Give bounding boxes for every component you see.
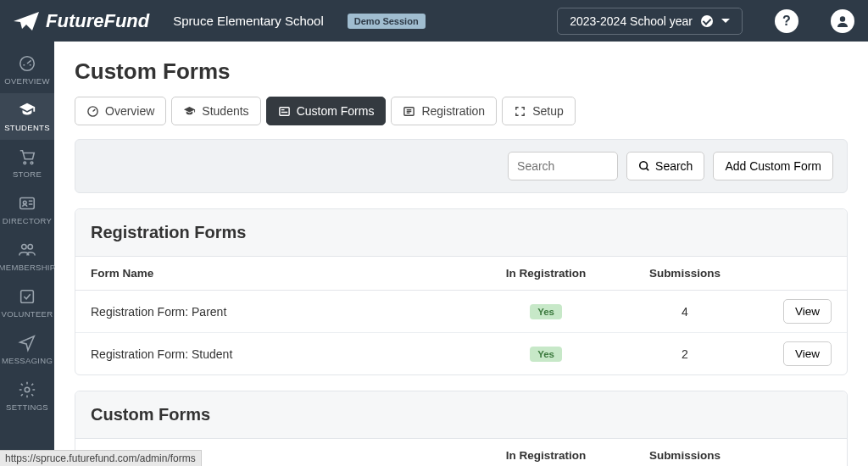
sidebar-item-label: STORE (13, 169, 42, 179)
status-badge: Yes (530, 347, 562, 362)
tab-label: Students (202, 104, 248, 118)
svg-point-2 (24, 162, 26, 164)
svg-point-13 (640, 162, 648, 169)
school-name: Spruce Elementary School (173, 14, 324, 28)
sidebar-item-label: MESSAGING (2, 356, 53, 365)
sidebar: OVERVIEW STUDENTS STORE DIRECTORY MEMBER… (0, 42, 54, 466)
col-in-registration: In Registration (476, 439, 615, 466)
expand-icon (514, 105, 526, 118)
sidebar-item-membership[interactable]: MEMBERSHIP (0, 233, 54, 280)
graduation-icon (183, 105, 196, 118)
registration-forms-section: Registration Forms Form Name In Registra… (75, 208, 848, 375)
tab-setup[interactable]: Setup (502, 97, 576, 125)
svg-rect-8 (21, 291, 34, 303)
table-row: Registration Form: Student Yes 2 View (75, 333, 847, 375)
table-row: Registration Form: Parent Yes 4 View (75, 291, 847, 333)
tab-label: Registration (421, 104, 485, 118)
cell-in-registration: Yes (476, 333, 615, 375)
add-custom-form-button[interactable]: Add Custom Form (713, 152, 833, 180)
account-button[interactable] (831, 9, 854, 33)
send-icon (18, 334, 36, 352)
paper-plane-icon (14, 12, 39, 31)
sidebar-item-label: STUDENTS (4, 123, 50, 132)
status-badge: Yes (530, 304, 562, 319)
sidebar-item-messaging[interactable]: MESSAGING (0, 326, 54, 373)
sidebar-item-settings[interactable]: SETTINGS (0, 373, 54, 419)
brand-logo[interactable]: FutureFund (14, 10, 149, 32)
user-icon (836, 14, 849, 28)
search-input[interactable] (508, 152, 618, 180)
svg-point-5 (23, 201, 26, 204)
svg-point-0 (840, 16, 845, 21)
view-button[interactable]: View (783, 299, 832, 324)
form-icon (278, 105, 291, 118)
col-in-registration: In Registration (476, 257, 615, 291)
gear-icon (18, 380, 36, 399)
svg-point-3 (31, 162, 33, 164)
school-year-label: 2023-2024 School year (570, 14, 693, 28)
school-year-select[interactable]: 2023-2024 School year (557, 8, 743, 35)
checkbox-icon (18, 287, 36, 306)
chevron-down-icon (721, 19, 730, 23)
tab-custom-forms[interactable]: Custom Forms (266, 97, 387, 125)
check-icon (701, 15, 713, 27)
sidebar-item-store[interactable]: STORE (0, 140, 54, 186)
list-icon (403, 105, 415, 118)
cell-form-name: Registration Form: Student (75, 333, 476, 375)
col-form-name: Form Name (75, 257, 476, 291)
sidebar-item-volunteer[interactable]: VOLUNTEER (0, 280, 54, 326)
gauge-icon (18, 54, 36, 73)
graduation-icon (18, 101, 36, 119)
help-button[interactable]: ? (775, 9, 798, 33)
col-submissions: Submissions (615, 439, 754, 466)
demo-badge: Demo Session (348, 14, 426, 29)
status-bar-url: https://spruce.futurefund.com/admin/form… (0, 450, 202, 466)
svg-rect-11 (280, 107, 289, 114)
search-button-label: Search (655, 159, 693, 173)
sidebar-item-students[interactable]: STUDENTS (0, 93, 54, 140)
tab-label: Setup (532, 104, 564, 118)
sidebar-item-label: SETTINGS (6, 402, 48, 412)
sidebar-item-overview[interactable]: OVERVIEW (0, 47, 54, 93)
sidebar-item-label: DIRECTORY (3, 216, 52, 225)
search-icon (638, 160, 650, 172)
sidebar-item-label: OVERVIEW (4, 76, 49, 86)
id-card-icon (18, 194, 36, 213)
cell-form-name: Registration Form: Parent (75, 291, 476, 333)
brand-text: FutureFund (46, 10, 149, 32)
tab-label: Overview (105, 104, 154, 118)
cart-icon (18, 147, 36, 166)
topbar: FutureFund Spruce Elementary School Demo… (0, 0, 868, 42)
users-icon (18, 241, 36, 259)
section-title: Custom Forms (75, 391, 847, 439)
section-title: Registration Forms (75, 209, 847, 257)
tab-row: Overview Students Custom Forms Registrat… (75, 97, 848, 125)
registration-forms-table: Form Name In Registration Submissions Re… (75, 257, 847, 374)
add-button-label: Add Custom Form (725, 159, 821, 173)
search-button[interactable]: Search (626, 152, 704, 180)
cell-in-registration: Yes (476, 291, 615, 333)
dashboard-icon (86, 105, 99, 118)
svg-point-9 (25, 387, 30, 392)
page-title: Custom Forms (75, 58, 848, 85)
cell-submissions: 2 (615, 333, 754, 375)
tab-label: Custom Forms (297, 104, 375, 118)
svg-point-10 (88, 106, 97, 115)
tab-registration[interactable]: Registration (391, 97, 497, 125)
tab-students[interactable]: Students (171, 97, 260, 125)
filter-bar: Search Add Custom Form (75, 139, 848, 193)
main-content: Custom Forms Overview Students Custom Fo… (54, 42, 868, 466)
sidebar-item-label: MEMBERSHIP (0, 263, 55, 272)
col-submissions: Submissions (615, 257, 754, 291)
view-button[interactable]: View (783, 341, 832, 366)
svg-point-7 (28, 245, 32, 250)
tab-overview[interactable]: Overview (75, 97, 166, 125)
cell-submissions: 4 (615, 291, 754, 333)
svg-rect-4 (20, 198, 35, 209)
sidebar-item-label: VOLUNTEER (2, 309, 53, 319)
svg-point-6 (22, 245, 26, 250)
sidebar-item-directory[interactable]: DIRECTORY (0, 186, 54, 233)
